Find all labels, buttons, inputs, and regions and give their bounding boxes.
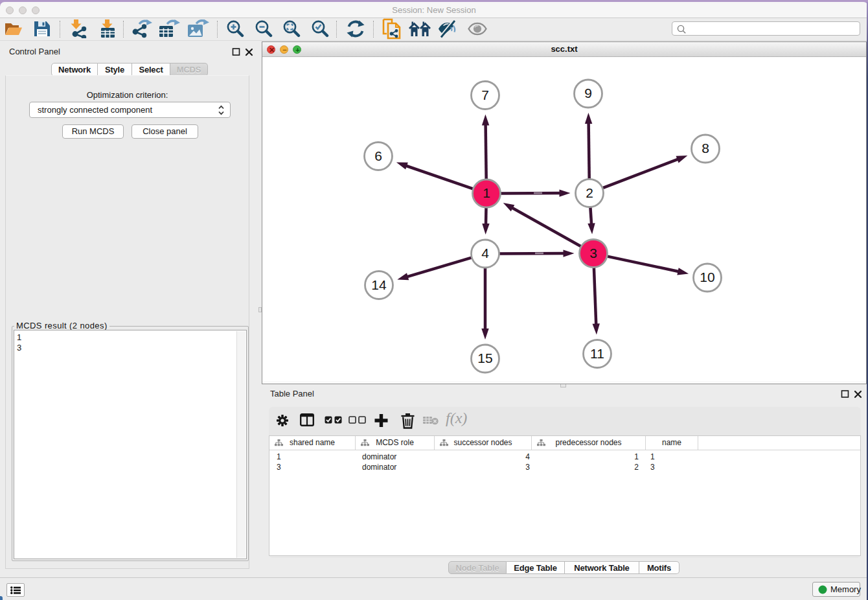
svg-text:3: 3 xyxy=(589,246,597,260)
svg-text:14: 14 xyxy=(371,277,387,292)
svg-text:8: 8 xyxy=(702,141,709,156)
svg-text:15: 15 xyxy=(477,351,492,365)
svg-text:4: 4 xyxy=(481,246,489,260)
svg-text:11: 11 xyxy=(590,346,604,361)
svg-text:10: 10 xyxy=(700,270,714,284)
svg-text:7: 7 xyxy=(481,87,489,102)
svg-text:2: 2 xyxy=(586,185,593,200)
svg-text:6: 6 xyxy=(374,148,382,163)
svg-text:9: 9 xyxy=(584,86,592,100)
svg-text:1: 1 xyxy=(483,185,490,200)
